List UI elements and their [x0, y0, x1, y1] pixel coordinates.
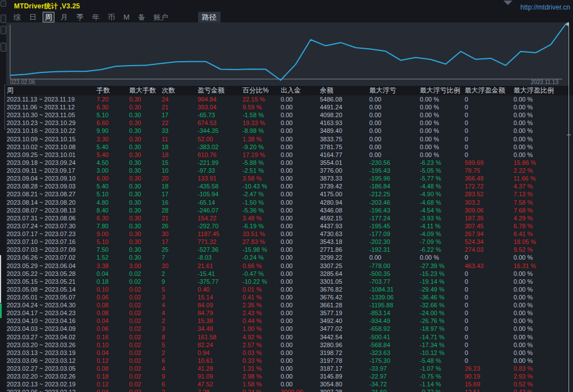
table-row[interactable]: 2023.07.24 ~ 2023.07.307.800.3026-292.70… — [6, 222, 573, 230]
table-row[interactable]: 2023.10.02 ~ 2023.10.085.400.3018-383.02… — [6, 143, 573, 151]
cell-1: 2023.05.15 ~ 2023.05.21 — [7, 278, 76, 285]
column-header-10[interactable]: 最大浮亏比例 — [420, 86, 460, 95]
cell-10: -4.54 % — [420, 206, 441, 214]
cell-8: 3299.22 — [320, 253, 342, 261]
column-header-5[interactable]: 盈亏金额 — [198, 86, 224, 95]
table-row[interactable]: 2023.04.17 ~ 2023.04.230.080.02484.792.4… — [6, 309, 573, 317]
cell-4: 4 — [162, 301, 165, 309]
column-header-1[interactable]: 周 — [7, 86, 13, 95]
cell-9: -34.72 — [369, 380, 387, 388]
cell-12: 0.00 % — [514, 341, 533, 349]
cell-11: 0 — [465, 333, 468, 341]
table-header: 周手数最大手数次数盈亏金额百分比%出入金余额最大浮亏最大浮亏比例最大浮盈金额最大… — [6, 86, 573, 95]
column-header-8[interactable]: 余额 — [320, 86, 333, 95]
table-row[interactable]: 2023.05.08 ~ 2023.05.140.100.0250.400.01… — [6, 285, 573, 293]
table-row[interactable]: 2023.04.10 ~ 2023.04.160.040.02215.380.4… — [6, 317, 573, 325]
table-row[interactable]: 2023.04.24 ~ 2023.04.300.080.02484.092.3… — [6, 301, 573, 309]
menu-item-4[interactable]: 月 — [59, 12, 70, 22]
table-row[interactable]: 2023.02.13 ~ 2023.02.190.120.02647.521.5… — [6, 380, 573, 388]
table-row[interactable]: 2023.02.06 ~ 2023.02.120.040.0227.280.24… — [6, 388, 573, 392]
vendor-url-link[interactable]: http://mtdriver.cn — [520, 3, 570, 11]
cell-4: 17 — [162, 190, 168, 198]
table-row[interactable]: 2023.03.13 ~ 2023.03.190.040.0220.940.03… — [6, 349, 573, 357]
cell-11: 309.06 — [465, 206, 484, 214]
cell-2: 8.40 — [97, 206, 108, 214]
table-row[interactable]: 2023.05.29 ~ 2023.06.043.383.002021.610.… — [6, 262, 573, 270]
cell-11: 0 — [465, 119, 468, 127]
cell-10: -7.09 % — [420, 238, 441, 246]
table-row[interactable]: 2023.07.31 ~ 2023.08.066.300.3021154.223… — [6, 214, 573, 222]
column-header-6[interactable]: 百分比% — [242, 86, 269, 95]
table-row[interactable]: 2023.02.20 ~ 2023.02.260.180.02991.092.9… — [6, 372, 573, 380]
column-header-2[interactable]: 手数 — [97, 86, 110, 95]
table-row[interactable]: 2023.08.28 ~ 2023.09.035.400.3018-435.58… — [6, 182, 573, 190]
cell-1: 2023.02.06 ~ 2023.02.12 — [7, 388, 76, 392]
table-row[interactable]: 2023.03.27 ~ 2023.04.020.160.028161.584.… — [6, 333, 573, 341]
cell-12: 0.00 % — [514, 278, 533, 285]
menu-item-2[interactable]: 日 — [27, 12, 38, 22]
scrollbar-arrow-icon[interactable] — [565, 22, 569, 26]
table-row[interactable]: 2023.09.04 ~ 2023.09.106.000.3020133.913… — [6, 174, 573, 182]
table-row[interactable]: 2023.07.17 ~ 2023.07.239.000.30301187.45… — [6, 230, 573, 238]
menu-item-9[interactable]: 备 — [136, 12, 147, 22]
table-row[interactable]: 2023.10.30 ~ 2023.11.055.100.3017-65.73-… — [6, 111, 573, 119]
column-header-4[interactable]: 次数 — [162, 86, 175, 95]
path-button[interactable]: 路径 — [198, 12, 221, 22]
table-row[interactable]: 2023.11.06 ~ 2023.11.126.300.3021393.049… — [6, 103, 573, 111]
table-row[interactable]: 2023.02.27 ~ 2023.03.050.080.02441.281.3… — [6, 365, 573, 372]
table-row[interactable]: 2023.10.09 ~ 2023.10.153.300.301152.001.… — [6, 135, 573, 143]
cell-7: 0.00 — [281, 380, 292, 388]
cell-10: -4.68 % — [420, 199, 441, 206]
menu-item-1[interactable]: 综 — [12, 12, 22, 22]
cell-10: -6.23 % — [420, 159, 441, 167]
cell-7: 0.00 — [281, 127, 292, 135]
cell-12: 7.58 % — [514, 199, 533, 206]
table-row[interactable]: 2023.10.16 ~ 2023.10.229.900.3033-344.35… — [6, 127, 573, 135]
column-header-11[interactable]: 最大浮盈金额 — [465, 86, 505, 95]
menu-item-5[interactable]: 季 — [75, 12, 85, 22]
table-row[interactable]: 2023.07.10 ~ 2023.07.165.100.3017771.322… — [6, 238, 573, 246]
menu-item-6[interactable]: 年 — [90, 12, 101, 22]
menu-item-10[interactable]: 账户 — [152, 12, 170, 22]
column-header-9[interactable]: 最大浮亏 — [369, 86, 396, 95]
cell-6: -6.19 % — [242, 222, 264, 230]
table-row[interactable]: 2023.09.25 ~ 2023.10.015.400.3018610.761… — [6, 151, 573, 159]
menu-item-7[interactable]: 币 — [106, 12, 117, 22]
table-row[interactable]: 2023.09.18 ~ 2023.09.244.500.3015-221.99… — [6, 159, 573, 167]
cell-2: 0.04 — [97, 317, 108, 325]
table-row[interactable]: 2023.08.14 ~ 2023.08.204.800.3016-65.14-… — [6, 199, 573, 206]
table-row[interactable]: 2023.08.21 ~ 2023.08.275.100.3017-105.94… — [6, 190, 573, 198]
cell-5: 84.79 — [198, 309, 213, 317]
menu-item-8[interactable]: M — [122, 12, 131, 22]
column-header-12[interactable]: 最大浮盈比例 — [514, 86, 554, 95]
table-row[interactable]: 2023.05.01 ~ 2023.05.070.060.02315.140.4… — [6, 293, 573, 301]
dock-marker — [0, 255, 1, 303]
table-row[interactable]: 2023.06.26 ~ 2023.07.021.520.307-8.03-0.… — [6, 253, 573, 261]
table-row[interactable]: 2023.03.20 ~ 2023.03.260.100.02582.242.5… — [6, 341, 573, 349]
cell-8: 3307.25 — [320, 262, 342, 270]
cell-7: 0.00 — [281, 222, 292, 230]
cell-2: 0.10 — [97, 285, 108, 293]
cell-5: 82.24 — [198, 341, 213, 349]
table-row[interactable]: 2023.09.11 ~ 2023.09.173.000.3010-97.33-… — [6, 167, 573, 174]
table-row[interactable]: 2023.04.03 ~ 2023.04.090.060.02334.481.0… — [6, 325, 573, 333]
table-row[interactable]: 2023.07.03 ~ 2023.07.097.500.3025-527.36… — [6, 246, 573, 253]
cell-5: 393.04 — [198, 103, 217, 111]
table-row[interactable]: 2023.03.06 ~ 2023.03.120.120.02610.610.3… — [6, 357, 573, 365]
cell-4: 20 — [162, 262, 168, 270]
menu-item-3[interactable]: 周 — [43, 12, 54, 22]
column-header-3[interactable]: 最大手数 — [129, 86, 156, 95]
table-row[interactable]: 2023.05.22 ~ 2023.05.280.040.022-15.41-0… — [6, 270, 573, 278]
cell-6: 2.35 % — [242, 301, 262, 309]
table-row[interactable]: 2023.08.07 ~ 2023.08.138.400.3028-246.07… — [6, 206, 573, 214]
table-row[interactable]: 2023.05.15 ~ 2023.05.210.180.029-375.77-… — [6, 278, 573, 285]
vertical-scrollbar[interactable] — [569, 22, 569, 392]
collapse-arrow-icon[interactable] — [503, 1, 512, 5]
cell-4: 22 — [162, 119, 168, 127]
column-header-7[interactable]: 出入金 — [281, 86, 301, 95]
cell-3: 0.30 — [129, 238, 141, 246]
scrollbar-thumb[interactable] — [567, 135, 571, 135]
cell-5: -15.41 — [198, 270, 215, 278]
table-row[interactable]: 2023.10.23 ~ 2023.10.296.600.3022674.531… — [6, 119, 573, 127]
table-row[interactable]: 2023.11.13 ~ 2023.11.197.200.3024994.842… — [6, 95, 573, 103]
